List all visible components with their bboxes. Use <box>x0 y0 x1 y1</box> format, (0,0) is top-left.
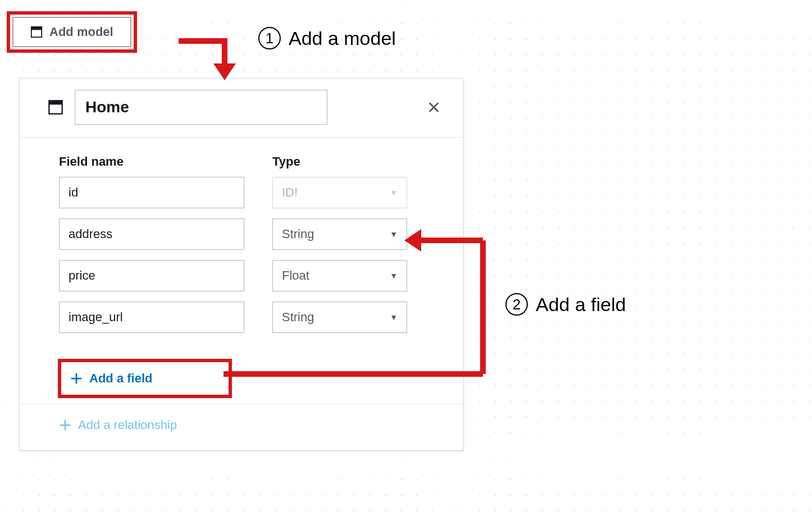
add-model-button[interactable]: Add model <box>12 17 131 47</box>
step-1-number: 1 <box>258 27 281 49</box>
step-1-annotation: 1 Add a model <box>258 27 396 49</box>
field-row: Float▼ <box>59 260 441 291</box>
chevron-down-icon: ▼ <box>390 271 398 280</box>
add-relationship-label: Add a relationship <box>78 418 177 432</box>
field-name-input[interactable] <box>59 177 244 208</box>
field-type-select[interactable]: Float▼ <box>272 260 407 291</box>
close-model-button[interactable]: ✕ <box>421 95 446 120</box>
add-field-label: Add a field <box>89 371 152 386</box>
step-2-text: Add a field <box>536 294 626 316</box>
field-type-select[interactable]: String▼ <box>272 218 407 250</box>
close-icon: ✕ <box>427 98 441 117</box>
field-name-input[interactable] <box>59 218 244 250</box>
step-1-text: Add a model <box>289 28 396 49</box>
model-card: ✕ Field name Type ID!▼String▼Float▼Strin… <box>20 79 463 450</box>
field-type-select[interactable]: String▼ <box>272 302 407 333</box>
column-header-field: Field name <box>59 154 244 169</box>
chevron-down-icon: ▼ <box>390 313 398 322</box>
field-type-label: String <box>282 310 314 325</box>
field-name-input[interactable] <box>59 260 244 291</box>
add-model-highlight: Add model <box>7 11 137 53</box>
field-row: String▼ <box>59 218 441 250</box>
model-name-input[interactable] <box>75 90 327 125</box>
field-name-input[interactable] <box>59 302 244 333</box>
step-2-annotation: 2 Add a field <box>505 293 626 316</box>
plus-icon <box>59 419 71 431</box>
model-header: ✕ <box>20 79 463 138</box>
model-icon <box>30 26 43 38</box>
add-model-label: Add model <box>49 25 113 39</box>
svg-rect-4 <box>49 101 62 104</box>
field-row: String▼ <box>59 302 441 333</box>
field-row: ID!▼ <box>59 177 441 208</box>
chevron-down-icon: ▼ <box>390 230 398 239</box>
add-field-button[interactable]: Add a field <box>61 363 161 394</box>
plus-icon <box>70 372 83 385</box>
field-type-select: ID!▼ <box>272 177 407 208</box>
field-type-label: ID! <box>282 185 298 200</box>
column-header-type: Type <box>272 154 407 169</box>
add-field-highlight: Add a field <box>58 359 232 398</box>
step-2-number: 2 <box>505 293 528 316</box>
add-relationship-button[interactable]: Add a relationship <box>59 418 177 432</box>
field-type-label: Float <box>282 268 309 283</box>
model-icon <box>48 99 63 115</box>
field-type-label: String <box>282 227 314 241</box>
chevron-down-icon: ▼ <box>390 188 398 197</box>
svg-rect-1 <box>31 27 42 30</box>
